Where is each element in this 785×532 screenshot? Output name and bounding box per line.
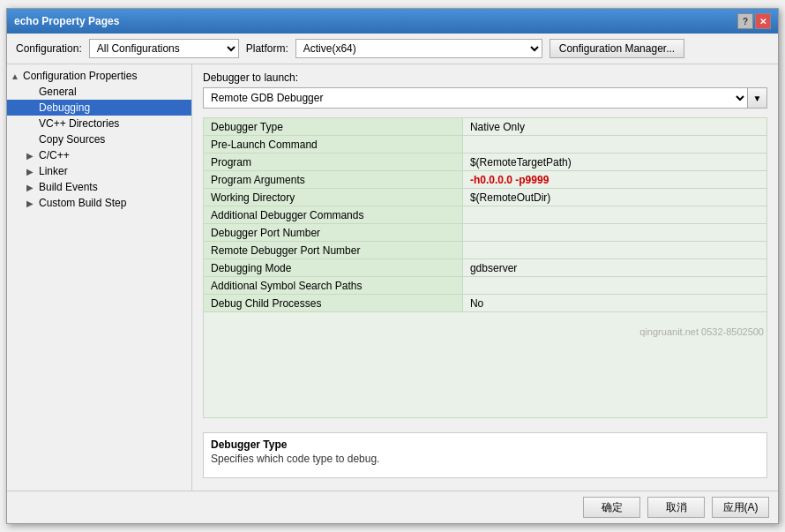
prop-name-1: Pre-Launch Command — [204, 136, 463, 154]
properties-table: Debugger TypeNative OnlyPre-Launch Comma… — [203, 117, 767, 312]
close-button[interactable]: ✕ — [755, 13, 771, 29]
prop-name-9: Additional Symbol Search Paths — [204, 277, 463, 295]
table-row[interactable]: Pre-Launch Command — [204, 136, 767, 154]
table-row[interactable]: Debug Child ProcessesNo — [204, 295, 767, 312]
table-row[interactable]: Debugger TypeNative Only — [204, 118, 767, 136]
empty-space — [203, 312, 767, 418]
table-row[interactable]: Debugging Modegdbserver — [204, 259, 767, 277]
title-bar-buttons: ? ✕ — [737, 13, 771, 29]
sidebar-item-label-cpp: C/C++ — [39, 149, 70, 161]
prop-name-2: Program — [204, 154, 463, 171]
prop-name-3: Program Arguments — [204, 171, 463, 189]
config-label: Configuration: — [16, 42, 82, 55]
table-row[interactable]: Additional Debugger Commands — [204, 206, 767, 224]
dialog-title: echo Property Pages — [14, 15, 119, 27]
main-content: ▲Configuration PropertiesGeneralDebuggin… — [7, 64, 778, 491]
platform-label: Platform: — [246, 42, 288, 55]
toolbar-row: Configuration: All Configurations Platfo… — [7, 34, 778, 64]
prop-value-1 — [462, 136, 766, 154]
properties-table-wrapper: Debugger TypeNative OnlyPre-Launch Comma… — [203, 117, 767, 425]
expand-icon-cpp: ▶ — [26, 151, 39, 161]
prop-value-10: No — [462, 295, 766, 312]
sidebar-item-build-events[interactable]: ▶Build Events — [7, 179, 191, 195]
prop-value-2: $(RemoteTargetPath) — [462, 154, 766, 171]
prop-value-4: $(RemoteOutDir) — [462, 189, 766, 206]
sidebar-item-cpp[interactable]: ▶C/C++ — [7, 147, 191, 163]
right-panel: Debugger to launch: Remote GDB Debugger … — [192, 64, 778, 491]
expand-icon-custom-build-step: ▶ — [26, 199, 39, 208]
description-text: Specifies which code type to debug. — [211, 453, 759, 465]
config-select[interactable]: All Configurations — [89, 39, 239, 58]
prop-value-3: -h0.0.0.0 -p9999 — [462, 171, 766, 189]
prop-value-9 — [462, 277, 766, 295]
prop-name-0: Debugger Type — [204, 118, 463, 136]
debugger-launch-label: Debugger to launch: — [203, 71, 767, 84]
sidebar: ▲Configuration PropertiesGeneralDebuggin… — [7, 64, 192, 491]
sidebar-item-label-copy-sources: Copy Sources — [39, 133, 105, 146]
sidebar-item-label-build-events: Build Events — [39, 181, 98, 193]
prop-value-0: Native Only — [462, 118, 766, 136]
sidebar-item-config-props[interactable]: ▲Configuration Properties — [7, 68, 191, 84]
debugger-dropdown-arrow[interactable]: ▼ — [748, 87, 767, 109]
sidebar-item-vc-directories[interactable]: VC++ Directories — [7, 116, 191, 131]
sidebar-item-debugging[interactable]: Debugging — [7, 100, 191, 116]
expand-icon-config-props: ▲ — [11, 71, 23, 81]
prop-value-6 — [462, 224, 766, 242]
title-bar: echo Property Pages ? ✕ — [7, 9, 778, 34]
sidebar-item-label-vc-directories: VC++ Directories — [39, 117, 119, 130]
table-row[interactable]: Remote Debugger Port Number — [204, 242, 767, 259]
debugger-dropdown[interactable]: Remote GDB Debugger — [203, 87, 748, 109]
sidebar-item-label-general: General — [39, 86, 77, 98]
prop-name-7: Remote Debugger Port Number — [204, 242, 463, 259]
ok-button[interactable]: 确定 — [583, 497, 640, 518]
sidebar-item-label-config-props: Configuration Properties — [23, 70, 137, 82]
sidebar-item-linker[interactable]: ▶Linker — [7, 163, 191, 179]
platform-select[interactable]: Active(x64) — [295, 39, 542, 58]
table-row[interactable]: Additional Symbol Search Paths — [204, 277, 767, 295]
description-area: Debugger Type Specifies which code type … — [203, 432, 767, 478]
sidebar-item-label-custom-build-step: Custom Build Step — [39, 197, 126, 209]
expand-icon-linker: ▶ — [26, 167, 39, 176]
prop-value-7 — [462, 242, 766, 259]
expand-icon-build-events: ▶ — [26, 183, 39, 192]
bottom-buttons: 确定 取消 应用(A) — [7, 491, 778, 523]
prop-name-10: Debug Child Processes — [204, 295, 463, 312]
sidebar-item-custom-build-step[interactable]: ▶Custom Build Step — [7, 195, 191, 211]
cancel-button[interactable]: 取消 — [647, 497, 705, 518]
debugger-dropdown-row: Remote GDB Debugger ▼ — [203, 87, 767, 109]
prop-name-8: Debugging Mode — [204, 259, 463, 277]
prop-value-8: gdbserver — [462, 259, 766, 277]
config-manager-button[interactable]: Configuration Manager... — [550, 39, 684, 58]
sidebar-item-label-debugging: Debugging — [39, 101, 90, 114]
sidebar-item-copy-sources[interactable]: Copy Sources — [7, 131, 191, 147]
prop-name-6: Debugger Port Number — [204, 224, 463, 242]
table-row[interactable]: Program Arguments-h0.0.0.0 -p9999 — [204, 171, 767, 189]
dialog-window: echo Property Pages ? ✕ Configuration: A… — [6, 8, 779, 524]
sidebar-item-label-linker: Linker — [39, 165, 68, 177]
table-row[interactable]: Program$(RemoteTargetPath) — [204, 154, 767, 171]
description-title: Debugger Type — [211, 438, 759, 451]
help-button[interactable]: ? — [737, 13, 753, 29]
prop-name-5: Additional Debugger Commands — [204, 206, 463, 224]
table-row[interactable]: Debugger Port Number — [204, 224, 767, 242]
sidebar-item-general[interactable]: General — [7, 84, 191, 100]
prop-value-5 — [462, 206, 766, 224]
properties-container: Debugger TypeNative OnlyPre-Launch Comma… — [203, 117, 767, 483]
apply-button[interactable]: 应用(A) — [712, 497, 769, 518]
table-row[interactable]: Working Directory$(RemoteOutDir) — [204, 189, 767, 206]
prop-name-4: Working Directory — [204, 189, 463, 206]
